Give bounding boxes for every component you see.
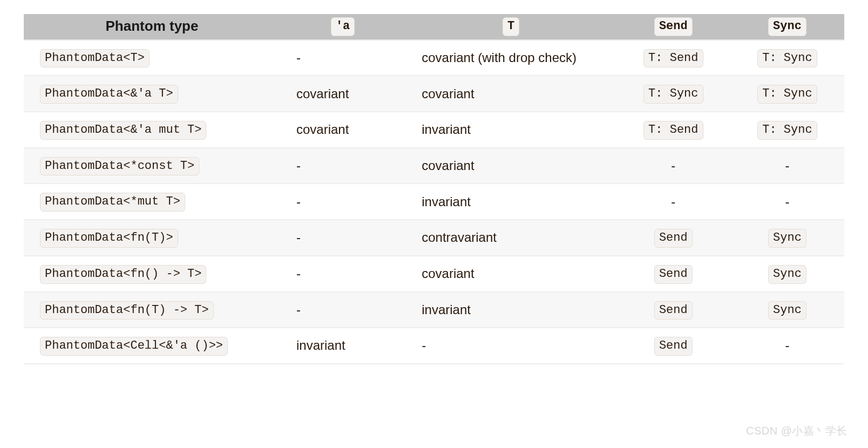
phantom-type-code: PhantomData<fn() -> T> [40, 265, 206, 284]
cell-lifetime-text: covariant [296, 86, 349, 101]
cell-t: contravariant [405, 220, 616, 256]
phantom-type-code: PhantomData<fn(T) -> T> [40, 301, 214, 320]
phantom-type-code: PhantomData<&'a mut T> [40, 121, 206, 140]
cell-lifetime-text: - [296, 194, 301, 209]
cell-sync: Sync [730, 256, 844, 292]
phantom-type-code: PhantomData<*const T> [40, 157, 199, 176]
th-send: Send [616, 14, 730, 40]
cell-sync: - [730, 328, 844, 364]
cell-sync: - [730, 184, 844, 220]
cell-lifetime: - [280, 148, 405, 184]
cell-sync: T: Sync [730, 76, 844, 112]
cell-sync: T: Sync [730, 40, 844, 76]
cell-sync-code: Sync [768, 229, 806, 248]
cell-lifetime-text: - [296, 158, 301, 173]
cell-lifetime: invariant [280, 328, 405, 364]
cell-lifetime-text: covariant [296, 122, 349, 137]
cell-send-code: Send [654, 337, 693, 356]
cell-phantom-type: PhantomData<fn() -> T> [24, 256, 280, 292]
cell-send-code: T: Send [643, 49, 703, 68]
cell-t-text: contravariant [422, 230, 497, 245]
phantom-type-code: PhantomData<T> [40, 49, 150, 68]
cell-sync: - [730, 148, 844, 184]
cell-t-text: covariant [422, 266, 474, 281]
cell-t: - [405, 328, 616, 364]
cell-t-text: covariant [422, 86, 474, 101]
cell-phantom-type: PhantomData<*mut T> [24, 184, 280, 220]
th-phantom-type: Phantom type [24, 14, 280, 40]
cell-sync: T: Sync [730, 112, 844, 148]
cell-lifetime: - [280, 256, 405, 292]
cell-sync: Sync [730, 220, 844, 256]
cell-phantom-type: PhantomData<T> [24, 40, 280, 76]
table-row: PhantomData<fn(T)>-contravariantSendSync [24, 220, 844, 256]
cell-send: T: Send [616, 112, 730, 148]
cell-sync-text: - [785, 194, 789, 209]
cell-sync-code: T: Sync [757, 85, 817, 104]
cell-send-code: T: Sync [643, 85, 703, 104]
cell-send: - [616, 148, 730, 184]
table-row: PhantomData<fn(T) -> T>-invariantSendSyn… [24, 292, 844, 328]
cell-t-text: - [422, 338, 426, 352]
cell-phantom-type: PhantomData<fn(T) -> T> [24, 292, 280, 328]
table-body: PhantomData<T>-covariant (with drop chec… [24, 40, 844, 364]
table-row: PhantomData<*const T>-covariant-- [24, 148, 844, 184]
cell-t: covariant [405, 148, 616, 184]
cell-lifetime: - [280, 220, 405, 256]
cell-sync-code: T: Sync [757, 121, 817, 140]
cell-t-text: covariant [422, 158, 474, 173]
phantom-type-table: Phantom type 'a T Send Sync PhantomData<… [24, 14, 844, 364]
cell-lifetime-text: invariant [296, 338, 345, 352]
cell-t: covariant (with drop check) [405, 40, 616, 76]
cell-send: T: Send [616, 40, 730, 76]
header-code: T [503, 17, 519, 36]
th-lifetime: 'a [280, 14, 405, 40]
cell-send-code: Send [654, 265, 693, 284]
cell-send: Send [616, 292, 730, 328]
cell-sync-code: T: Sync [757, 49, 817, 68]
cell-phantom-type: PhantomData<&'a T> [24, 76, 280, 112]
cell-phantom-type: PhantomData<Cell<&'a ()>> [24, 328, 280, 364]
cell-lifetime: - [280, 292, 405, 328]
cell-t: covariant [405, 256, 616, 292]
cell-t: invariant [405, 292, 616, 328]
cell-send-code: Send [654, 229, 693, 248]
cell-sync-code: Sync [768, 265, 806, 284]
cell-phantom-type: PhantomData<&'a mut T> [24, 112, 280, 148]
phantom-type-code: PhantomData<fn(T)> [40, 229, 178, 248]
table-header: Phantom type 'a T Send Sync [24, 14, 844, 40]
cell-t-text: invariant [422, 122, 471, 137]
cell-lifetime-text: - [296, 50, 301, 65]
table-row: PhantomData<Cell<&'a ()>>invariant-Send- [24, 328, 844, 364]
cell-lifetime: covariant [280, 76, 405, 112]
cell-t: invariant [405, 112, 616, 148]
cell-t: covariant [405, 76, 616, 112]
cell-lifetime-text: - [296, 302, 301, 317]
phantom-type-code: PhantomData<*mut T> [40, 193, 185, 212]
table-row: PhantomData<&'a T>covariantcovariantT: S… [24, 76, 844, 112]
phantom-type-code: PhantomData<&'a T> [40, 85, 178, 104]
th-sync: Sync [730, 14, 844, 40]
cell-send-code: T: Send [643, 121, 703, 140]
cell-sync-text: - [785, 158, 789, 173]
cell-send-text: - [671, 158, 675, 173]
cell-lifetime: - [280, 40, 405, 76]
table-row: PhantomData<*mut T>-invariant-- [24, 184, 844, 220]
cell-t-text: covariant (with drop check) [422, 50, 577, 65]
cell-sync: Sync [730, 292, 844, 328]
cell-lifetime-text: - [296, 230, 301, 245]
cell-t-text: invariant [422, 302, 471, 317]
header-code: 'a [331, 17, 355, 36]
cell-lifetime-text: - [296, 266, 301, 281]
cell-send-code: Send [654, 301, 693, 320]
cell-sync-code: Sync [768, 301, 806, 320]
phantom-type-code: PhantomData<Cell<&'a ()>> [40, 337, 228, 356]
cell-t: invariant [405, 184, 616, 220]
cell-send: T: Sync [616, 76, 730, 112]
cell-lifetime: - [280, 184, 405, 220]
table-container: Phantom type 'a T Send Sync PhantomData<… [0, 0, 868, 375]
cell-lifetime: covariant [280, 112, 405, 148]
cell-send-text: - [671, 194, 675, 209]
cell-send: Send [616, 220, 730, 256]
cell-phantom-type: PhantomData<fn(T)> [24, 220, 280, 256]
